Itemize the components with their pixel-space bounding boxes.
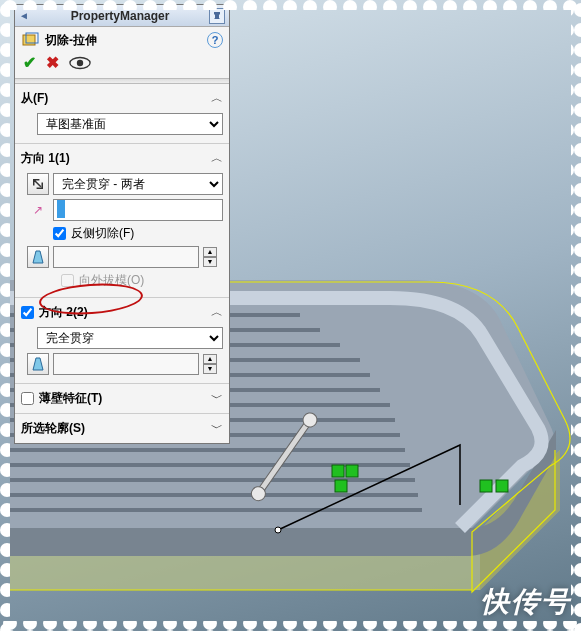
draft2-button[interactable] — [27, 353, 49, 375]
svg-rect-4 — [332, 465, 344, 477]
from-header[interactable]: 从(F) ︿ — [21, 88, 223, 109]
direction2-section: 方向 2(2) ︿ 完全贯穿 ▲▼ — [15, 298, 229, 384]
direction2-enable-checkbox[interactable] — [21, 306, 34, 319]
selected-contours-header[interactable]: 所选轮廓(S) ﹀ — [21, 418, 223, 439]
cancel-button[interactable]: ✖ — [46, 53, 59, 72]
chevron-up-icon: ︿ — [211, 304, 223, 321]
draft-outward-label: 向外拔模(O) — [79, 272, 144, 289]
svg-point-12 — [77, 59, 83, 65]
pm-header: ◄ PropertyManager — [15, 5, 229, 27]
chevron-up-icon: ︿ — [211, 150, 223, 167]
thin-feature-section: 薄壁特征(T) ﹀ — [15, 384, 229, 414]
direction1-section: 方向 1(1) ︿ 完全贯穿 - 两者 ↗ 反侧切除(F) ▲▼ — [15, 144, 229, 298]
draft2-angle-input[interactable] — [53, 353, 199, 375]
ok-button[interactable]: ✔ — [23, 53, 36, 72]
draft-button[interactable] — [27, 246, 49, 268]
direction1-end-condition[interactable]: 完全贯穿 - 两者 — [53, 173, 223, 195]
detailed-preview-icon[interactable] — [69, 56, 91, 70]
feature-title-row: 切除-拉伸 ? — [15, 27, 229, 51]
cut-extrude-icon — [21, 31, 39, 49]
help-icon[interactable]: ? — [207, 32, 223, 48]
svg-rect-7 — [480, 480, 492, 492]
draft-spinner[interactable]: ▲▼ — [203, 247, 217, 267]
direction2-end-condition[interactable]: 完全贯穿 — [37, 327, 223, 349]
thin-feature-checkbox[interactable] — [21, 392, 34, 405]
chevron-up-icon: ︿ — [211, 90, 223, 107]
direction2-header[interactable]: 方向 2(2) ︿ — [21, 302, 223, 323]
chevron-down-icon: ﹀ — [211, 390, 223, 407]
thin-feature-header[interactable]: 薄壁特征(T) ﹀ — [21, 388, 223, 409]
flip-side-row: 反侧切除(F) — [53, 225, 223, 242]
direction1-selection-box[interactable] — [53, 199, 223, 221]
feature-name: 切除-拉伸 — [45, 32, 97, 49]
watermark-text: 快传号 — [481, 583, 571, 621]
flip-side-label: 反侧切除(F) — [71, 225, 134, 242]
reverse-direction-button[interactable] — [27, 173, 49, 195]
svg-rect-8 — [496, 480, 508, 492]
flip-side-checkbox[interactable] — [53, 227, 66, 240]
from-section: 从(F) ︿ 草图基准面 — [15, 84, 229, 144]
draft-angle-input[interactable] — [53, 246, 199, 268]
offset-from-icon: ↗ — [27, 203, 49, 217]
draft2-spinner[interactable]: ▲▼ — [203, 354, 217, 374]
from-start-condition[interactable]: 草图基准面 — [37, 113, 223, 135]
pm-title: PropertyManager — [31, 9, 209, 23]
pin-icon[interactable] — [209, 8, 225, 24]
pm-prev-icon[interactable]: ◄ — [19, 10, 31, 21]
svg-point-0 — [275, 527, 281, 533]
svg-rect-6 — [335, 480, 347, 492]
draft-outward-checkbox — [61, 274, 74, 287]
property-manager-panel: ◄ PropertyManager 切除-拉伸 ? ✔ ✖ 从(F) ︿ 草图基… — [14, 4, 230, 444]
chevron-down-icon: ﹀ — [211, 420, 223, 437]
selected-contours-section: 所选轮廓(S) ﹀ — [15, 414, 229, 443]
action-row: ✔ ✖ — [15, 51, 229, 78]
svg-rect-5 — [346, 465, 358, 477]
direction1-header[interactable]: 方向 1(1) ︿ — [21, 148, 223, 169]
